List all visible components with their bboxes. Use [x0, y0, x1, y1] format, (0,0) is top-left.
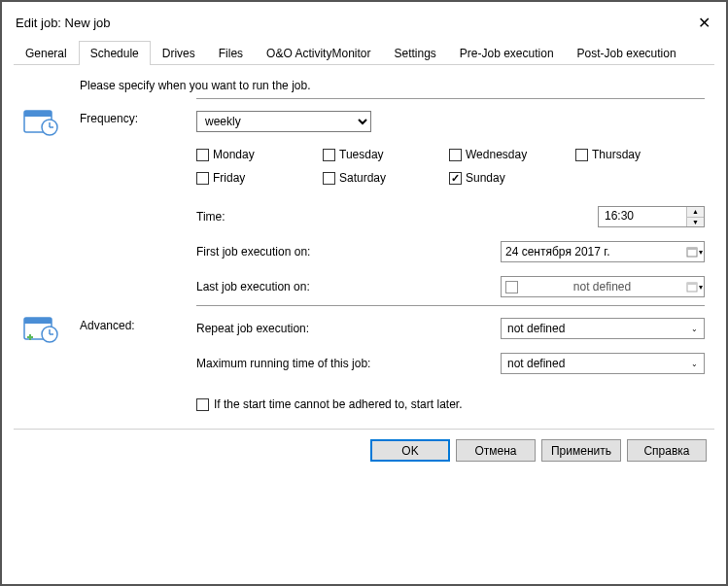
- tab-postjob[interactable]: Post-Job execution: [566, 41, 688, 65]
- first-exec-value: 24 сентября 2017 г.: [505, 245, 680, 259]
- help-button[interactable]: Справка: [627, 439, 707, 462]
- last-exec-date[interactable]: not defined ▾: [501, 276, 705, 297]
- svg-rect-6: [687, 248, 697, 250]
- tab-activitymonitor[interactable]: O&O ActivityMonitor: [255, 41, 382, 65]
- day-label: Friday: [213, 171, 245, 185]
- tabs: General Schedule Drives Files O&O Activi…: [14, 40, 714, 65]
- ok-button[interactable]: OK: [370, 439, 450, 462]
- tab-drives[interactable]: Drives: [151, 41, 207, 65]
- tab-general[interactable]: General: [14, 41, 79, 65]
- tab-files[interactable]: Files: [207, 41, 255, 65]
- time-value[interactable]: 16:30: [599, 207, 686, 226]
- day-label: Thursday: [592, 148, 641, 161]
- day-label: Tuesday: [339, 148, 384, 161]
- checkbox-tuesday[interactable]: [323, 149, 335, 161]
- schedule-clock-icon: [23, 108, 58, 137]
- maxrun-select[interactable]: not defined ⌄: [501, 353, 705, 374]
- time-label: Time:: [196, 210, 598, 224]
- checkbox-thursday[interactable]: [575, 149, 588, 161]
- spin-down-icon[interactable]: ▼: [687, 218, 704, 227]
- separator: [196, 305, 705, 306]
- last-exec-value: not defined: [524, 280, 680, 293]
- chevron-down-icon: ⌄: [691, 360, 698, 368]
- calendar-icon[interactable]: ▾: [686, 246, 700, 258]
- maxrun-value: not defined: [507, 357, 691, 370]
- close-icon[interactable]: ✕: [694, 14, 714, 32]
- start-later-label: If the start time cannot be adhered to, …: [214, 397, 462, 411]
- day-label: Wednesday: [466, 148, 527, 161]
- frequency-label: Frequency:: [80, 110, 196, 125]
- titlebar: Edit job: New job ✕: [14, 10, 714, 34]
- last-exec-label: Last job execution on:: [196, 280, 501, 293]
- checkbox-wednesday[interactable]: [449, 149, 462, 161]
- advanced-label: Advanced:: [80, 317, 196, 332]
- first-exec-label: First job execution on:: [196, 245, 501, 259]
- tab-schedule[interactable]: Schedule: [79, 41, 151, 65]
- cancel-button[interactable]: Отмена: [456, 439, 536, 462]
- checkbox-start-later[interactable]: [196, 398, 209, 411]
- frequency-select[interactable]: weekly: [196, 111, 371, 132]
- advanced-schedule-icon: [23, 315, 58, 344]
- day-label: Monday: [213, 148, 255, 161]
- chevron-down-icon: ⌄: [691, 325, 698, 333]
- svg-rect-1: [24, 111, 52, 117]
- spin-up-icon[interactable]: ▲: [687, 207, 704, 218]
- maxrun-label: Maximum running time of this job:: [196, 357, 501, 370]
- button-bar: OK Отмена Применить Справка: [14, 429, 714, 469]
- repeat-label: Repeat job execution:: [196, 322, 501, 335]
- checkbox-saturday[interactable]: [323, 172, 335, 185]
- enable-last-exec-checkbox[interactable]: [505, 281, 518, 293]
- day-label: Saturday: [339, 171, 386, 185]
- apply-button[interactable]: Применить: [541, 439, 621, 462]
- separator: [196, 98, 705, 99]
- checkbox-monday[interactable]: [196, 149, 209, 161]
- day-label: Sunday: [466, 171, 505, 185]
- tab-settings[interactable]: Settings: [382, 41, 447, 65]
- checkbox-sunday[interactable]: [449, 172, 462, 185]
- checkbox-friday[interactable]: [196, 172, 209, 185]
- svg-rect-8: [687, 283, 697, 285]
- calendar-icon[interactable]: ▾: [686, 281, 700, 293]
- repeat-value: not defined: [507, 322, 691, 335]
- first-exec-date[interactable]: 24 сентября 2017 г. ▾: [501, 241, 705, 262]
- repeat-select[interactable]: not defined ⌄: [501, 318, 705, 339]
- intro-text: Please specify when you want to run the …: [80, 79, 705, 92]
- tab-prejob[interactable]: Pre-Job execution: [448, 41, 566, 65]
- svg-rect-10: [24, 318, 52, 324]
- window-title: Edit job: New job: [16, 16, 111, 30]
- time-spinner[interactable]: 16:30 ▲ ▼: [598, 206, 705, 227]
